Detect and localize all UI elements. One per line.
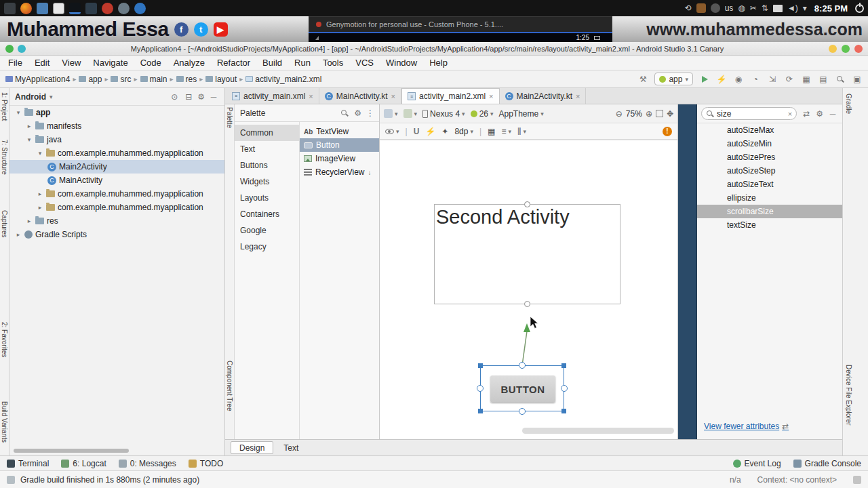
button-widget[interactable]: BUTTON [490,375,555,403]
zoom-level[interactable]: 75% [626,109,642,119]
palette-item-recyclerview[interactable]: RecyclerView↓ [300,165,379,179]
tree-item-gradle-scripts[interactable]: ▸Gradle Scripts [9,228,224,241]
app-menu-icon[interactable] [4,3,16,14]
firefox-icon[interactable] [20,3,32,14]
crumb-app[interactable]: app [79,75,102,84]
orientation-selector[interactable]: ▾ [403,109,418,118]
files-icon[interactable] [37,3,48,14]
api-selector[interactable]: 26▾ [471,109,494,119]
tree-item-package-androidtest[interactable]: ▸com.example.muhammed.myapplication [9,187,224,201]
expand-arrow-icon[interactable]: ▾ [15,109,22,116]
hide-panel-icon[interactable]: ─ [827,108,838,119]
attribute-row-textsize[interactable]: textSize [697,218,842,232]
attribute-row-autosizemin[interactable]: autoSizeMin [697,137,842,150]
menu-view[interactable]: View [62,58,81,68]
menu-vcs[interactable]: VCS [355,58,374,68]
text-mode-tab[interactable]: Text [275,441,307,454]
menu-run[interactable]: Run [294,58,311,68]
ide-titlebar[interactable]: MyApplication4 - [~/AndroidStudioProject… [0,42,868,56]
error-badge[interactable]: ! [663,127,672,136]
close-icon[interactable]: × [576,92,580,100]
volume-icon[interactable]: ◄) [787,3,798,13]
tool-tab-device-file-explorer[interactable]: Device File Explorer [845,365,852,425]
view-options-icon[interactable]: ⋮ [367,108,374,119]
device-selector[interactable]: Nexus 4▾ [422,109,465,119]
menu-tools[interactable]: Tools [323,58,343,68]
expand-arrow-icon[interactable]: ▸ [37,190,43,197]
tree-item-res[interactable]: ▸res [9,214,224,228]
browser-icon[interactable] [134,3,146,14]
resize-handle-ne[interactable] [561,363,566,368]
tree-item-app[interactable]: ▾app [9,106,224,119]
close-icon[interactable]: × [489,92,493,100]
constraint-anchor-bottom[interactable] [519,408,526,415]
tab-activity-main2-xml[interactable]: ≡activity_main2.xml× [401,88,499,104]
attribute-row-autosizemax[interactable]: autoSizeMax [697,123,842,137]
menu-file[interactable]: File [8,58,22,68]
settings-app-icon[interactable] [118,3,130,14]
resize-handle-nw[interactable] [478,363,483,368]
terminal-icon[interactable] [69,3,81,14]
debug-button[interactable]: ◉ [733,74,744,85]
avd-manager-icon[interactable]: ▤ [818,74,829,85]
menu-build[interactable]: Build [262,58,282,68]
genymotion-window[interactable]: Genymotion for personal use - Custom Pho… [309,16,612,42]
crumb-project[interactable]: MyApplication4 [5,75,70,84]
hide-panel-icon[interactable]: ─ [208,92,219,102]
tree-item-package-test[interactable]: ▸com.example.muhammed.myapplication [9,201,224,214]
tree-item-manifests[interactable]: ▸manifests [9,119,224,133]
palette-category-text[interactable]: Text [235,141,299,157]
status-grip-icon[interactable] [7,476,15,484]
surface-mode-selector[interactable]: ▾ [384,109,398,118]
menu-navigate[interactable]: Navigate [93,58,127,68]
tree-item-mainactivity[interactable]: CMainActivity [9,174,224,187]
menu-refactor[interactable]: Refactor [217,58,250,68]
menu-analyze[interactable]: Analyze [174,58,205,68]
wrench-icon[interactable]: ⚒ [637,74,648,85]
palette-vertical-tab[interactable]: Palette [226,107,233,128]
lock-icon[interactable] [853,476,861,484]
chevron-down-icon[interactable]: ▾ [803,3,807,13]
crumb-file[interactable]: activity_main2.xml [245,75,321,84]
expand-arrow-icon[interactable]: ▸ [26,123,33,129]
attributes-search[interactable]: size × [701,107,797,120]
network-icon[interactable]: ⇅ [762,3,768,13]
tree-item-main2activity[interactable]: CMain2Activity [9,160,224,174]
resize-handle-sw[interactable] [478,409,483,413]
apply-changes-button[interactable]: ⚡ [716,74,727,85]
expand-arrow-icon[interactable]: ▸ [15,231,22,238]
tray-app-icon[interactable] [696,3,706,13]
search-input[interactable]: size [717,109,785,119]
window-icon[interactable] [53,3,64,14]
menu-code[interactable]: Code [140,58,161,68]
tool-tab-project[interactable]: 1: Project [1,92,8,121]
expand-arrow-icon[interactable]: ▾ [26,136,33,143]
genymotion-screen[interactable]: 1:25 [309,32,612,42]
attribute-row-ellipsize[interactable]: ellipsize [697,191,842,205]
menu-window[interactable]: Window [386,58,417,68]
filter-icon[interactable]: ⇄ [801,108,812,119]
search-icon[interactable] [340,109,349,117]
tool-tab-build-variants[interactable]: Build Variants [1,401,8,443]
project-view-selector[interactable]: Android [15,92,46,102]
expand-arrow-icon[interactable]: ▾ [37,150,43,157]
tab-main2activity-kt[interactable]: CMain2Activity.kt× [500,88,587,104]
tool-window-layout-icon[interactable]: ▣ [852,74,863,85]
view-options-selector[interactable]: ▾ [385,128,399,135]
collapse-all-icon[interactable]: ⊟ [183,92,194,102]
autoconnect-icon[interactable]: U [414,127,420,136]
expand-arrow-icon[interactable]: ▸ [26,218,33,224]
design-mode-tab[interactable]: Design [231,441,273,454]
tool-tab-gradle[interactable]: Gradle [845,94,852,114]
maximize-button[interactable] [842,45,850,53]
pack-icon[interactable]: ▦ [488,127,495,136]
sync-gradle-icon[interactable]: ⟳ [784,74,795,85]
palette-category-common[interactable]: Common [235,125,299,141]
clear-constraints-icon[interactable]: ⚡ [425,127,435,136]
infer-constraints-icon[interactable]: ✦ [441,127,448,136]
window-menu-icon[interactable] [5,45,14,53]
guidelines-selector[interactable]: ⫼▾ [517,127,526,136]
crumb-res[interactable]: res [176,75,197,84]
power-icon[interactable] [855,4,864,13]
attribute-row-scrollbarsize[interactable]: scrollbarSize [697,205,842,218]
